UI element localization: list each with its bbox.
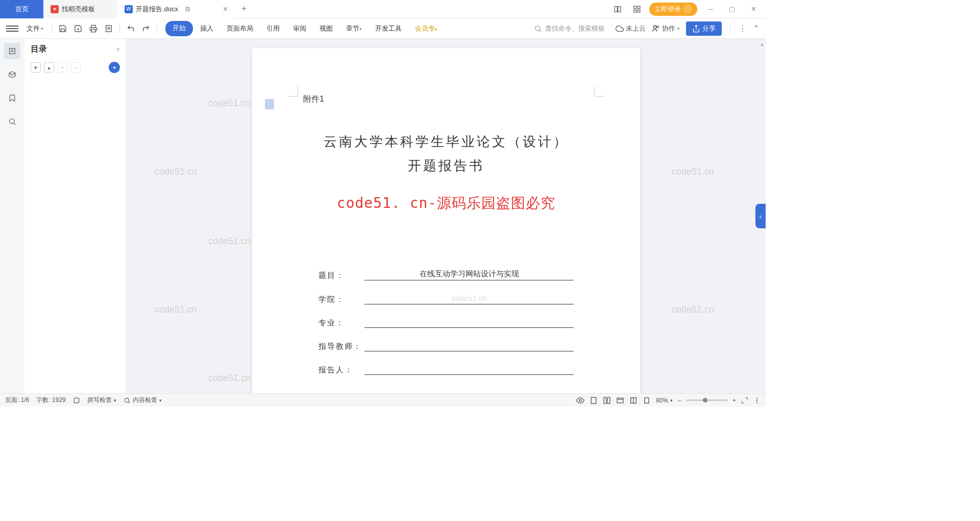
svg-rect-23 <box>591 397 596 404</box>
tab-insert-label: 插入 <box>200 25 213 32</box>
login-button[interactable]: 立即登录 <box>649 3 697 16</box>
layout-icon[interactable] <box>610 2 625 16</box>
tab-insert[interactable]: 插入 <box>194 21 219 36</box>
page-indicator[interactable]: 页面: 1/6 <box>5 396 29 405</box>
major-value[interactable] <box>364 318 574 328</box>
content-check-button[interactable]: 内容检查▾ <box>124 396 162 405</box>
redo-icon[interactable] <box>139 22 153 35</box>
view-web-icon[interactable] <box>616 396 624 405</box>
tab-devtools-label: 开发工具 <box>375 25 402 32</box>
view-read-icon[interactable] <box>629 396 638 405</box>
minimize-button[interactable]: ─ <box>702 2 719 16</box>
zoom-fit-icon[interactable] <box>643 396 651 405</box>
more-icon[interactable]: ⋮ <box>739 23 747 33</box>
save-icon[interactable] <box>56 22 69 35</box>
search-box[interactable]: 查找命令、搜索模板 <box>529 21 609 36</box>
watermark: code51.cn <box>155 167 197 177</box>
toc-ai-icon[interactable]: ✦ <box>109 62 120 73</box>
svg-point-31 <box>756 400 757 400</box>
spell-toggle[interactable] <box>73 397 80 404</box>
print-icon[interactable] <box>87 22 100 35</box>
tab-reference[interactable]: 引用 <box>260 21 286 36</box>
form-row-reporter: 报告人： <box>318 365 574 375</box>
view-page-icon[interactable] <box>590 396 598 405</box>
tab-member[interactable]: 会员专▸ <box>409 21 444 36</box>
undo-icon[interactable] <box>124 22 137 35</box>
tab-start[interactable]: 开始 <box>165 21 193 36</box>
svg-rect-24 <box>604 397 606 404</box>
ribbon-right: 查找命令、搜索模板 未上云 协作 ▾ 分享 ⋮ ⌃ <box>529 21 760 36</box>
form-area: 题目： 在线互动学习网站设计与实现 学院： code51.cn 专业： 指导教师… <box>288 269 604 375</box>
toc-remove-icon[interactable]: − <box>70 62 81 73</box>
svg-point-32 <box>756 398 757 398</box>
template-tab[interactable]: ✦ 找稻壳模板 <box>43 0 117 18</box>
college-value[interactable]: code51.cn <box>364 294 574 304</box>
topic-label: 题目： <box>318 271 364 280</box>
document-page[interactable]: 附件1 云南大学本科学生毕业论文（设计） 开题报告书 code51. cn-源码… <box>252 48 640 393</box>
toc-add-icon[interactable]: + <box>57 62 67 73</box>
add-tab-button[interactable]: + <box>235 4 253 14</box>
share-icon <box>692 25 700 33</box>
tab-reference-label: 引用 <box>266 25 280 32</box>
sidebar-bookmark-icon[interactable] <box>4 90 20 106</box>
document-title-line1: 云南大学本科学生毕业论文（设计） <box>288 130 604 154</box>
tab-chapter[interactable]: 章节▾ <box>340 21 368 36</box>
zoom-slider[interactable] <box>687 399 727 401</box>
scroll-up-icon[interactable]: ▲ <box>760 42 765 48</box>
vertical-scrollbar[interactable]: ▲ <box>760 42 765 48</box>
document-tab[interactable]: W 开题报告.docx ⧉ × <box>117 0 235 18</box>
tab-start-label: 开始 <box>173 24 186 32</box>
apps-icon[interactable] <box>630 2 644 16</box>
word-icon: W <box>125 5 133 13</box>
tab-devtools[interactable]: 开发工具 <box>369 21 408 36</box>
tab-view[interactable]: 视图 <box>313 21 339 36</box>
maximize-button[interactable]: ▢ <box>724 2 740 16</box>
tab-layout[interactable]: 页面布局 <box>220 21 259 36</box>
statusbar: 页面: 1/6 字数: 1929 拼写检查▾ 内容检查▾ 80%▾ − + <box>0 393 766 407</box>
collab-button[interactable]: 协作 ▾ <box>652 24 680 33</box>
topic-value[interactable]: 在线互动学习网站设计与实现 <box>364 269 574 280</box>
svg-rect-4 <box>634 10 636 12</box>
zoom-level[interactable]: 80%▾ <box>656 397 673 404</box>
separator <box>119 24 120 33</box>
settings-icon[interactable] <box>753 397 761 404</box>
watermark: code51.cn <box>155 304 197 315</box>
cloud-button[interactable]: 未上云 <box>616 24 646 33</box>
close-button[interactable]: ✕ <box>745 2 762 16</box>
advisor-value[interactable] <box>364 341 574 351</box>
toc-collapse-icon[interactable]: ▾ <box>31 62 41 73</box>
collapse-ribbon-icon[interactable]: ⌃ <box>753 23 760 33</box>
detach-icon[interactable]: ⧉ <box>185 5 190 13</box>
tab-layout-label: 页面布局 <box>227 25 253 32</box>
file-menu[interactable]: 文件 ▾ <box>22 22 47 35</box>
toc-title: 目录 <box>31 44 47 55</box>
tab-close-icon[interactable]: × <box>223 5 228 14</box>
collab-icon <box>652 25 660 33</box>
preview-icon[interactable] <box>102 22 115 35</box>
save-as-icon[interactable] <box>71 22 85 35</box>
tab-review[interactable]: 审阅 <box>287 21 312 36</box>
reporter-value[interactable] <box>364 365 574 375</box>
right-panel-handle[interactable]: ‹ <box>755 204 766 228</box>
home-tab[interactable]: 首页 <box>0 0 43 18</box>
sidebar-box-icon[interactable] <box>4 66 20 83</box>
toc-expand-icon[interactable]: ▴ <box>44 62 54 73</box>
toc-close-icon[interactable]: × <box>116 45 120 53</box>
zoom-in-button[interactable]: + <box>732 397 736 404</box>
sidebar-search-icon[interactable] <box>4 113 20 130</box>
word-count[interactable]: 字数: 1929 <box>36 396 65 405</box>
status-right: 80%▾ − + <box>576 396 761 405</box>
canvas[interactable]: code51.cn code51.cn code51.cn code51.cn … <box>127 39 766 393</box>
share-button[interactable]: 分享 <box>686 21 722 36</box>
view-outline-icon[interactable] <box>603 396 611 405</box>
fullscreen-icon[interactable] <box>741 397 748 404</box>
zoom-thumb[interactable] <box>703 398 707 402</box>
cloud-icon <box>616 25 624 33</box>
eye-icon[interactable] <box>576 396 584 405</box>
watermark: code51.cn <box>208 98 251 109</box>
svg-rect-1 <box>618 6 621 12</box>
zoom-out-button[interactable]: − <box>678 397 681 404</box>
spellcheck-button[interactable]: 拼写检查▾ <box>87 396 116 405</box>
menu-icon[interactable] <box>6 22 18 35</box>
sidebar-toc-icon[interactable] <box>4 43 20 59</box>
